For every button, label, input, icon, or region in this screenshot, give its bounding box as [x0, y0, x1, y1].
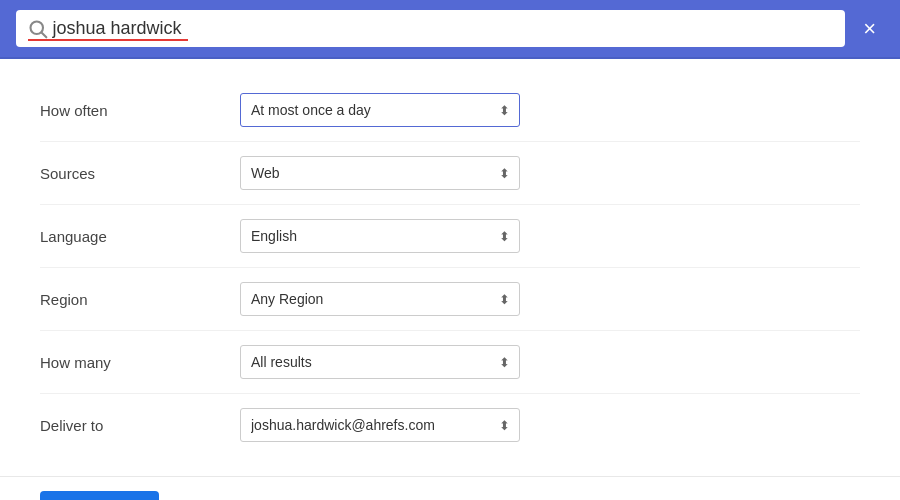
- select-sources[interactable]: WebNewsBlogsVideoDiscussionsBooksFinance: [240, 156, 520, 190]
- search-header: ×: [0, 0, 900, 59]
- label-language: Language: [40, 228, 240, 245]
- select-how-often[interactable]: At most once a dayAt most once a week: [240, 93, 520, 127]
- label-deliver-to: Deliver to: [40, 417, 240, 434]
- search-input[interactable]: [52, 18, 833, 39]
- label-region: Region: [40, 291, 240, 308]
- label-how-many: How many: [40, 354, 240, 371]
- form-row-language: LanguageEnglishAny LanguageFrenchGermanS…: [40, 205, 860, 268]
- form-row-deliver-to: Deliver tojoshua.hardwick@ahrefs.com: [40, 394, 860, 456]
- search-icon: [28, 19, 48, 39]
- search-box: [16, 10, 845, 47]
- select-deliver-to[interactable]: joshua.hardwick@ahrefs.com: [240, 408, 520, 442]
- svg-line-1: [42, 32, 47, 37]
- form-row-how-many: How manyAll resultsOnly the best results: [40, 331, 860, 394]
- form-row-region: RegionAny RegionUnited StatesUnited King…: [40, 268, 860, 331]
- form-row-how-often: How oftenAt most once a dayAt most once …: [40, 79, 860, 142]
- select-wrap-how-many: All resultsOnly the best results: [240, 345, 520, 379]
- select-wrap-deliver-to: joshua.hardwick@ahrefs.com: [240, 408, 520, 442]
- form-row-sources: SourcesWebNewsBlogsVideoDiscussionsBooks…: [40, 142, 860, 205]
- close-button[interactable]: ×: [855, 14, 884, 44]
- select-wrap-language: EnglishAny LanguageFrenchGermanSpanish: [240, 219, 520, 253]
- form-content: How oftenAt most once a dayAt most once …: [0, 59, 900, 476]
- select-wrap-region: Any RegionUnited StatesUnited KingdomAus…: [240, 282, 520, 316]
- select-region[interactable]: Any RegionUnited StatesUnited KingdomAus…: [240, 282, 520, 316]
- select-wrap-sources: WebNewsBlogsVideoDiscussionsBooksFinance: [240, 156, 520, 190]
- footer: Create Alert Hide options: [0, 476, 900, 500]
- create-alert-button[interactable]: Create Alert: [40, 491, 159, 500]
- label-how-often: How often: [40, 102, 240, 119]
- select-language[interactable]: EnglishAny LanguageFrenchGermanSpanish: [240, 219, 520, 253]
- select-how-many[interactable]: All resultsOnly the best results: [240, 345, 520, 379]
- select-wrap-how-often: At most once a dayAt most once a week: [240, 93, 520, 127]
- label-sources: Sources: [40, 165, 240, 182]
- search-underline: [28, 39, 188, 41]
